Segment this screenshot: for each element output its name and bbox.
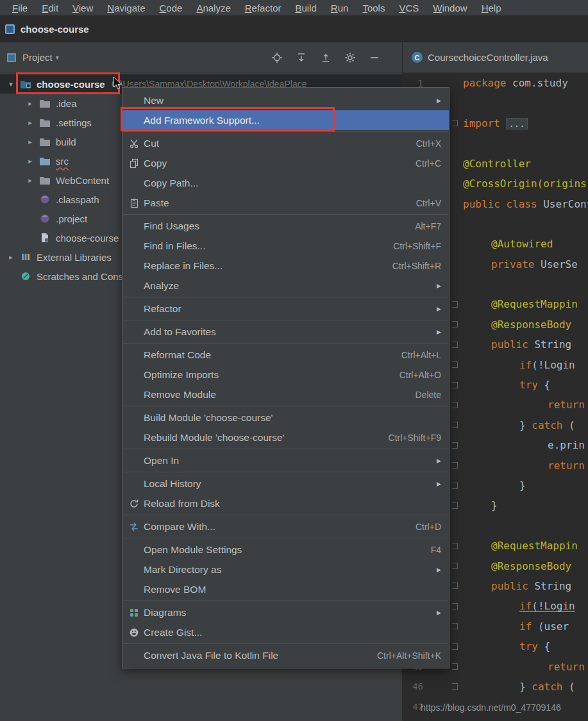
menu-item-diagrams[interactable]: Diagrams▶ xyxy=(122,602,449,622)
github-icon xyxy=(126,627,142,638)
menu-item-add-to-favorites[interactable]: Add to Favorites▶ xyxy=(122,322,449,342)
menubar-item-file[interactable]: File xyxy=(5,3,35,13)
menu-item-remove-bom[interactable]: Remove BOM xyxy=(122,579,449,599)
chevron-collapsed-icon[interactable]: ▸ xyxy=(23,138,37,146)
menu-item-open-in[interactable]: Open In▶ xyxy=(122,451,449,470)
fold-marker-icon[interactable] xyxy=(452,301,458,308)
menubar-item-code[interactable]: Code xyxy=(153,3,190,13)
menubar-item-build[interactable]: Build xyxy=(288,3,323,13)
fold-marker-icon[interactable] xyxy=(452,361,458,368)
code-text: } xyxy=(463,499,498,511)
menu-item-paste[interactable]: PasteCtrl+V xyxy=(122,193,449,213)
menu-item-refactor[interactable]: Refactor▶ xyxy=(122,299,449,319)
fold-marker-icon[interactable] xyxy=(452,603,458,609)
fold-marker-icon[interactable] xyxy=(452,422,458,428)
fold-marker-icon[interactable] xyxy=(452,502,458,509)
fold-marker-icon[interactable] xyxy=(452,442,458,449)
chevron-collapsed-icon[interactable]: ▸ xyxy=(23,99,37,108)
fold-marker-icon[interactable] xyxy=(452,120,458,126)
locate-icon[interactable] xyxy=(271,52,283,63)
code-token: try xyxy=(519,379,544,391)
menu-item-mark-directory-as[interactable]: Mark Directory as▶ xyxy=(122,559,449,579)
fold-marker-icon[interactable] xyxy=(452,623,458,629)
fold-marker-icon[interactable] xyxy=(452,402,458,408)
menu-item-cut[interactable]: CutCtrl+X xyxy=(122,133,449,153)
cut-icon xyxy=(126,138,142,149)
menu-item-analyze[interactable]: Analyze▶ xyxy=(122,276,449,295)
menu-item-local-history[interactable]: Local History▶ xyxy=(122,474,449,493)
menubar-item-run[interactable]: Run xyxy=(324,3,356,13)
fold-marker-icon[interactable] xyxy=(452,321,458,327)
hide-icon[interactable] xyxy=(369,52,380,63)
chevron-expanded-icon[interactable]: ▾ xyxy=(4,80,18,88)
fold-marker-icon[interactable] xyxy=(452,663,458,670)
code-token: @CrossOrigin(origins xyxy=(463,178,587,190)
code-token: e.prin xyxy=(548,439,585,451)
code-token: } xyxy=(491,499,498,511)
menubar-item-window[interactable]: Window xyxy=(426,3,474,13)
menu-item-remove-module[interactable]: Remove ModuleDelete xyxy=(122,385,449,404)
menu-item-label: Remove BOM xyxy=(144,584,206,595)
menubar-item-vcs[interactable]: VCS xyxy=(392,3,426,13)
menu-item-open-module-settings[interactable]: Open Module SettingsF4 xyxy=(122,540,449,559)
menu-item-reformat-code[interactable]: Reformat CodeCtrl+Alt+L xyxy=(122,345,449,365)
code-text: return xyxy=(463,399,585,411)
menu-item-reload-from-disk[interactable]: Reload from Disk xyxy=(122,493,449,513)
menu-item-rebuild-module-choose-course[interactable]: Rebuild Module 'choose-course'Ctrl+Shift… xyxy=(122,427,449,447)
code-token: String xyxy=(534,338,571,351)
menubar-item-view[interactable]: View xyxy=(65,3,100,13)
menu-item-label: Open In xyxy=(144,455,179,467)
code-token: try xyxy=(519,640,544,652)
menubar-item-tools[interactable]: Tools xyxy=(355,3,392,13)
code-token: ( xyxy=(569,681,575,693)
menu-item-copy-path[interactable]: Copy Path... xyxy=(122,173,449,193)
menu-item-add-framework-support[interactable]: Add Framework Support... xyxy=(122,110,449,130)
menu-item-shortcut: Ctrl+X xyxy=(416,138,441,149)
fold-marker-icon[interactable] xyxy=(452,483,458,489)
expand-all-icon[interactable] xyxy=(296,52,307,63)
menubar-item-analyze[interactable]: Analyze xyxy=(189,3,237,13)
menu-item-build-module-choose-course[interactable]: Build Module 'choose-course' xyxy=(122,408,449,427)
menu-item-replace-in-files[interactable]: Replace in Files...Ctrl+Shift+R xyxy=(122,256,449,276)
menubar-item-help[interactable]: Help xyxy=(475,3,508,13)
eclipse-file-icon xyxy=(37,213,53,224)
menubar-item-navigate[interactable]: Navigate xyxy=(100,3,152,13)
collapse-all-icon[interactable] xyxy=(320,52,332,63)
settings-icon[interactable] xyxy=(344,52,356,63)
fold-marker-icon[interactable] xyxy=(452,563,458,569)
fold-marker-icon[interactable] xyxy=(452,583,458,589)
code-text: @Controller xyxy=(463,158,531,170)
code-text: @RequestMappin xyxy=(463,540,578,552)
menu-item-find-in-files[interactable]: Find in Files...Ctrl+Shift+F xyxy=(122,236,449,256)
tree-item-label: .project xyxy=(56,213,87,224)
chevron-collapsed-icon[interactable]: ▸ xyxy=(23,176,37,185)
menubar-item-edit[interactable]: Edit xyxy=(35,3,65,13)
menu-item-find-usages[interactable]: Find UsagesAlt+F7 xyxy=(122,216,449,236)
menu-item-label: Open Module Settings xyxy=(144,544,242,556)
menubar-item-refactor[interactable]: Refactor xyxy=(238,3,289,13)
chevron-collapsed-icon[interactable]: ▸ xyxy=(4,253,18,261)
menu-item-convert-java-file-to-kotlin-file[interactable]: Convert Java File to Kotlin FileCtrl+Alt… xyxy=(122,645,449,665)
code-text: try { xyxy=(463,640,550,652)
fold-marker-icon[interactable] xyxy=(452,342,458,348)
menu-item-shortcut: Ctrl+Alt+L xyxy=(401,350,441,360)
fold-marker-icon[interactable] xyxy=(452,543,458,549)
menu-item-compare-with[interactable]: Compare With...Ctrl+D xyxy=(122,517,449,536)
fold-marker-icon[interactable] xyxy=(452,462,458,468)
chevron-collapsed-icon[interactable]: ▸ xyxy=(23,119,37,127)
chevron-collapsed-icon[interactable]: ▸ xyxy=(23,157,37,165)
fold-marker-icon[interactable] xyxy=(452,643,458,650)
fold-marker-icon[interactable] xyxy=(452,683,458,690)
submenu-arrow-icon: ▶ xyxy=(437,97,441,104)
menu-item-optimize-imports[interactable]: Optimize ImportsCtrl+Alt+O xyxy=(122,365,449,385)
fold-marker-icon[interactable] xyxy=(452,382,458,388)
code-token: } xyxy=(519,419,532,431)
menu-item-new[interactable]: New▶ xyxy=(122,90,449,110)
tab-coursechoicecontroller-java[interactable]: C CoursechoiceController.java xyxy=(403,42,559,72)
project-view-selector[interactable]: Project xyxy=(22,52,53,63)
menu-item-create-gist[interactable]: Create Gist... xyxy=(122,622,449,642)
title-bar: choose-course xyxy=(0,17,588,42)
menu-item-shortcut: Ctrl+Shift+R xyxy=(392,261,441,271)
menu-item-copy[interactable]: CopyCtrl+C xyxy=(122,153,449,173)
panel-header-buttons xyxy=(265,52,387,63)
